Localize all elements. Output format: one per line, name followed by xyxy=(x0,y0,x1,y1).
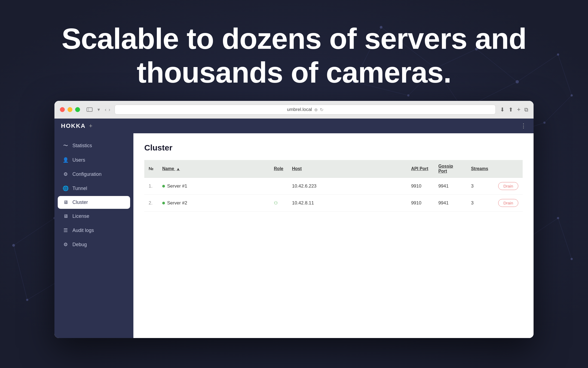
cell-gossip-port: 9941 xyxy=(434,178,467,195)
content-area: Cluster № Name ▲ Role Host API Port Goss… xyxy=(133,133,534,338)
translate-icon: ⊕ xyxy=(314,107,318,112)
cell-api-port: 9910 xyxy=(407,178,434,195)
nav-back-icon[interactable]: ‹ xyxy=(105,107,106,113)
cluster-icon: 🖥 xyxy=(63,200,69,205)
sidebar-item-cluster[interactable]: 🖥 Cluster xyxy=(58,196,130,209)
svg-point-27 xyxy=(571,94,573,96)
sidebar-item-tunnel[interactable]: 🌐 Tunnel xyxy=(58,182,130,195)
svg-point-30 xyxy=(543,122,546,124)
cell-streams: 3 xyxy=(467,178,494,195)
sidebar-label-users: Users xyxy=(72,157,85,163)
status-dot xyxy=(162,202,165,204)
hero-line2: thousands of cameras. xyxy=(137,56,451,89)
cell-num: 1. xyxy=(144,178,158,195)
col-header-host[interactable]: Host xyxy=(288,160,407,178)
hero-line1: Scalable to dozens of servers and xyxy=(62,22,526,55)
cell-action: Drain xyxy=(494,178,523,195)
sort-arrow-icon: ▲ xyxy=(176,167,180,171)
cluster-table: № Name ▲ Role Host API Port GossipPort S… xyxy=(144,160,523,212)
sidebar-item-license[interactable]: 🖥 License xyxy=(58,210,130,223)
debug-icon: ⚙ xyxy=(63,242,69,248)
sidebar-label-tunnel: Tunnel xyxy=(72,186,87,191)
svg-point-39 xyxy=(571,258,573,260)
traffic-light-green[interactable] xyxy=(75,107,80,112)
table-row: 1. Server #1 10.42.6.223 9910 9941 3 Dra… xyxy=(144,178,523,195)
table-row: 2. Server #2 ⚇ 10.42.8.11 9910 9941 3 Dr… xyxy=(144,195,523,212)
sidebar: 〜 Statistics 👤 Users ⚙ Configuration 🌐 T… xyxy=(54,133,133,338)
sidebar-label-audit-logs: Audit logs xyxy=(72,228,94,233)
app-topbar: HOKKA + ⋮ xyxy=(54,119,534,133)
cell-num: 2. xyxy=(144,195,158,212)
download-icon[interactable]: ⬇ xyxy=(500,106,505,113)
sidebar-item-configuration[interactable]: ⚙ Configuration xyxy=(58,168,130,181)
traffic-light-red[interactable] xyxy=(60,107,65,112)
url-text: umbrel.local xyxy=(287,107,312,112)
sidebar-label-statistics: Statistics xyxy=(72,143,92,149)
hero-title: Scalable to dozens of servers and thousa… xyxy=(0,22,588,89)
traffic-lights xyxy=(60,107,80,112)
cell-role xyxy=(270,178,288,195)
configuration-icon: ⚙ xyxy=(63,171,69,177)
cell-api-port: 9910 xyxy=(407,195,434,212)
address-bar[interactable]: umbrel.local ⊕ ↻ xyxy=(115,105,496,114)
browser-window: ▾ ‹ › umbrel.local ⊕ ↻ ⬇ ⬆ + ⧉ HOKKA + ⋮ xyxy=(54,101,534,338)
nav-forward-icon[interactable]: › xyxy=(109,107,110,113)
svg-point-38 xyxy=(557,217,559,219)
sidebar-label-configuration: Configuration xyxy=(72,171,102,177)
cell-name: Server #1 xyxy=(158,178,270,195)
col-header-api-port[interactable]: API Port xyxy=(407,160,434,178)
sidebar-item-users[interactable]: 👤 Users xyxy=(58,153,130,167)
page-title: Cluster xyxy=(144,143,523,152)
svg-point-32 xyxy=(407,94,409,96)
sidebar-toggle-icon[interactable] xyxy=(87,107,93,112)
add-button[interactable]: + xyxy=(89,122,93,129)
svg-point-33 xyxy=(12,244,15,247)
cell-streams: 3 xyxy=(467,195,494,212)
browser-chrome: ▾ ‹ › umbrel.local ⊕ ↻ ⬇ ⬆ + ⧉ xyxy=(54,101,534,119)
app-main: 〜 Statistics 👤 Users ⚙ Configuration 🌐 T… xyxy=(54,133,534,338)
col-header-num: № xyxy=(144,160,158,178)
role-cluster-icon: ⚇ xyxy=(274,201,278,205)
col-header-role[interactable]: Role xyxy=(270,160,288,178)
cell-action: Drain xyxy=(494,195,523,212)
drain-button[interactable]: Drain xyxy=(498,182,518,190)
sidebar-label-cluster: Cluster xyxy=(72,200,88,205)
browser-nav: ‹ › xyxy=(105,107,110,113)
app-content: HOKKA + ⋮ 〜 Statistics 👤 Users ⚙ Configu… xyxy=(54,119,534,338)
cell-host: 10.42.8.11 xyxy=(288,195,407,212)
col-header-gossip-port[interactable]: GossipPort xyxy=(434,160,467,178)
cell-gossip-port: 9941 xyxy=(434,195,467,212)
cell-name: Server #2 xyxy=(158,195,270,212)
new-tab-icon[interactable]: + xyxy=(517,106,520,113)
tabs-icon[interactable]: ⧉ xyxy=(524,107,528,113)
share-icon[interactable]: ⬆ xyxy=(509,106,513,113)
statistics-icon: 〜 xyxy=(63,142,69,149)
drain-button[interactable]: Drain xyxy=(498,199,518,207)
logo-text: HOKKA xyxy=(61,122,86,129)
browser-actions: ⬇ ⬆ + ⧉ xyxy=(500,106,528,113)
sidebar-item-statistics[interactable]: 〜 Statistics xyxy=(58,139,130,152)
users-icon: 👤 xyxy=(63,157,69,163)
tunnel-icon: 🌐 xyxy=(63,185,69,191)
refresh-icon[interactable]: ↻ xyxy=(320,107,323,112)
col-header-name[interactable]: Name ▲ xyxy=(158,160,270,178)
cell-host: 10.42.6.223 xyxy=(288,178,407,195)
app-logo: HOKKA + xyxy=(61,122,93,129)
sidebar-label-debug: Debug xyxy=(72,242,87,248)
audit-logs-icon: ☰ xyxy=(63,227,69,233)
status-dot xyxy=(162,185,165,188)
sidebar-item-audit-logs[interactable]: ☰ Audit logs xyxy=(58,224,130,237)
col-header-streams[interactable]: Streams xyxy=(467,160,494,178)
sidebar-label-license: License xyxy=(72,213,89,219)
traffic-light-yellow[interactable] xyxy=(68,107,72,112)
kebab-menu-icon[interactable]: ⋮ xyxy=(520,122,527,129)
license-icon: 🖥 xyxy=(63,213,69,219)
col-header-action xyxy=(494,160,523,178)
sidebar-item-debug[interactable]: ⚙ Debug xyxy=(58,238,130,251)
hero-section: Scalable to dozens of servers and thousa… xyxy=(0,0,588,89)
cell-role: ⚇ xyxy=(270,195,288,212)
svg-point-36 xyxy=(26,299,28,301)
chevron-down-icon: ▾ xyxy=(97,107,100,113)
